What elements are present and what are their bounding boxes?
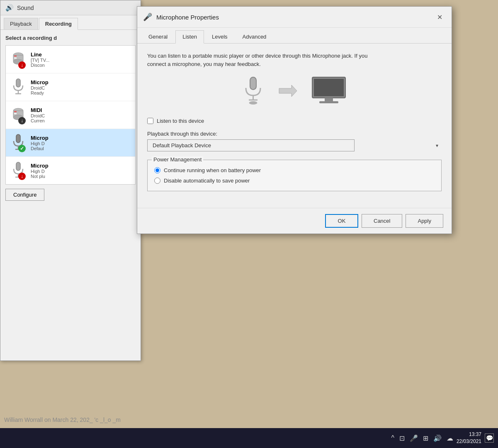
svg-rect-26 [325, 98, 333, 101]
monitor-icon [310, 76, 347, 105]
svg-rect-25 [314, 79, 344, 96]
sound-titlebar: 🔊 Sound [0, 0, 141, 15]
device-name-mic2: Microp [31, 135, 131, 141]
dropdown-container: Default Playback Device ▾ [147, 139, 442, 151]
sound-window: 🔊 Sound Playback Recording Select a reco… [0, 0, 141, 361]
taskbar-clock[interactable]: 13:37 22/03/2021 [457, 431, 481, 445]
device-status-mic3: Not plu [31, 174, 131, 179]
taskbar-display-icon[interactable]: ⊡ [399, 434, 405, 442]
listen-checkbox[interactable] [147, 118, 153, 124]
badge-line: ↓ [18, 61, 26, 69]
device-info-mic1: Microp DroidC Ready [31, 79, 131, 95]
power-management-group: Power Management Continue running when o… [147, 160, 442, 191]
tab-recording[interactable]: Recording [39, 18, 78, 30]
radio-battery-label[interactable]: Continue running when on battery power [164, 167, 261, 173]
device-status-mic2: Defaul [31, 146, 131, 151]
device-sub-mic3: High D [31, 169, 131, 174]
ok-button[interactable]: OK [325, 214, 358, 228]
device-icon-midi: ↓ [10, 105, 27, 125]
svg-marker-23 [279, 85, 297, 97]
radio-save[interactable] [154, 178, 160, 184]
recording-instruction: Select a recording d [5, 35, 136, 41]
taskbar-icons: ^ ⊡ 🎤 ⊞ 🔊 ☁ [391, 434, 453, 442]
device-item-mic3[interactable]: ↓ Microp High D Not plu [6, 157, 135, 184]
device-name-mic1: Microp [31, 79, 131, 85]
taskbar-time: 13:37 [457, 431, 481, 438]
device-sub-midi: DroidC [31, 113, 131, 118]
svg-rect-27 [319, 101, 338, 103]
mic-dialog: 🎤 Microphone Properties ✕ General Listen… [137, 6, 452, 234]
radio-battery[interactable] [154, 167, 160, 173]
arrow-icon [277, 83, 298, 99]
configure-button[interactable]: Configure [5, 189, 44, 201]
tab-playback[interactable]: Playback [4, 18, 38, 29]
device-sub-mic2: High D [31, 141, 131, 146]
device-icon-line: ↓ [10, 49, 27, 70]
power-group-title: Power Management [152, 156, 203, 163]
dialog-tabs: General Listen Levels Advanced [137, 28, 452, 44]
device-list: ↓ Line [TV] TV... Discon [5, 45, 136, 185]
taskbar-network-icon[interactable]: ⊞ [423, 434, 428, 442]
playback-dropdown[interactable]: Default Playback Device [147, 139, 355, 151]
device-item-mic2[interactable]: ✓ Microp High D Defaul [6, 129, 135, 157]
listen-checkbox-label[interactable]: Listen to this device [157, 118, 204, 124]
tab-listen[interactable]: Listen [175, 30, 204, 44]
taskbar-notification[interactable]: 💬 [485, 433, 494, 443]
dialog-title-text: Microphone Properties [156, 14, 219, 21]
device-status-line: Discon [31, 63, 131, 68]
taskbar-volume-icon[interactable]: 🔊 [433, 434, 442, 442]
apply-button[interactable]: Apply [406, 214, 443, 228]
taskbar-cloud-icon[interactable]: ☁ [447, 434, 453, 442]
svg-point-22 [249, 101, 257, 105]
dialog-titlebar: 🎤 Microphone Properties ✕ [137, 7, 452, 28]
device-name-line: Line [31, 51, 131, 58]
device-icon-mic3: ↓ [10, 160, 27, 181]
device-item-line[interactable]: ↓ Line [TV] TV... Discon [6, 46, 135, 73]
dialog-description: You can listen to a portable music playe… [147, 52, 388, 68]
device-item-mic1[interactable]: Microp DroidC Ready [6, 73, 135, 101]
watermark: William Worrall on March 22, 202_ 'c _l_… [4, 416, 121, 423]
device-icon-mic1 [10, 77, 27, 97]
close-button[interactable]: ✕ [433, 11, 446, 23]
device-status-midi: Curren [31, 118, 131, 123]
device-item-midi[interactable]: ↓ MIDI DroidC Curren [6, 101, 135, 129]
device-info-mic3: Microp High D Not plu [31, 163, 131, 179]
sound-title: Sound [17, 5, 34, 11]
device-status-mic1: Ready [31, 90, 131, 95]
sound-title-icon: 🔊 [5, 4, 14, 12]
taskbar: ^ ⊡ 🎤 ⊞ 🔊 ☁ 13:37 22/03/2021 💬 [0, 428, 498, 448]
tab-advanced[interactable]: Advanced [236, 30, 274, 43]
device-icon-mic2: ✓ [10, 132, 27, 153]
sound-tabs: Playback Recording [0, 15, 141, 30]
device-info-line: Line [TV] TV... Discon [31, 51, 131, 68]
icon-row [147, 76, 442, 105]
cancel-button[interactable]: Cancel [362, 214, 402, 228]
svg-rect-5 [16, 79, 20, 87]
badge-midi: ↓ [18, 117, 26, 124]
taskbar-chevron-icon[interactable]: ^ [391, 434, 394, 442]
dialog-body: You can listen to a portable music playe… [137, 44, 452, 208]
taskbar-date: 22/03/2021 [457, 438, 481, 445]
radio-row-save: Disable automatically to save power [154, 175, 435, 186]
tab-levels[interactable]: Levels [205, 30, 235, 43]
dropdown-arrow-icon: ▾ [436, 143, 438, 149]
device-sub-mic1: DroidC [31, 85, 131, 90]
device-name-mic3: Microp [31, 163, 131, 169]
sound-content: Select a recording d ↓ Line [TV] TV. [0, 30, 141, 206]
playback-label: Playback through this device: [147, 131, 442, 137]
badge-mic2: ✓ [18, 145, 26, 152]
dialog-title: 🎤 Microphone Properties [143, 12, 219, 22]
dialog-footer: OK Cancel Apply [137, 208, 452, 234]
taskbar-mic-icon[interactable]: 🎤 [410, 434, 418, 442]
listen-checkbox-row: Listen to this device [147, 118, 442, 124]
mic-icon [242, 76, 265, 105]
device-info-mic2: Microp High D Defaul [31, 135, 131, 151]
badge-mic3: ↓ [18, 173, 26, 180]
svg-rect-16 [16, 162, 20, 170]
device-name-midi: MIDI [31, 107, 131, 113]
tab-general[interactable]: General [141, 30, 175, 43]
radio-row-battery: Continue running when on battery power [154, 165, 435, 175]
device-info-midi: MIDI DroidC Curren [31, 107, 131, 123]
device-sub-line: [TV] TV... [31, 58, 131, 63]
radio-save-label[interactable]: Disable automatically to save power [164, 178, 250, 184]
